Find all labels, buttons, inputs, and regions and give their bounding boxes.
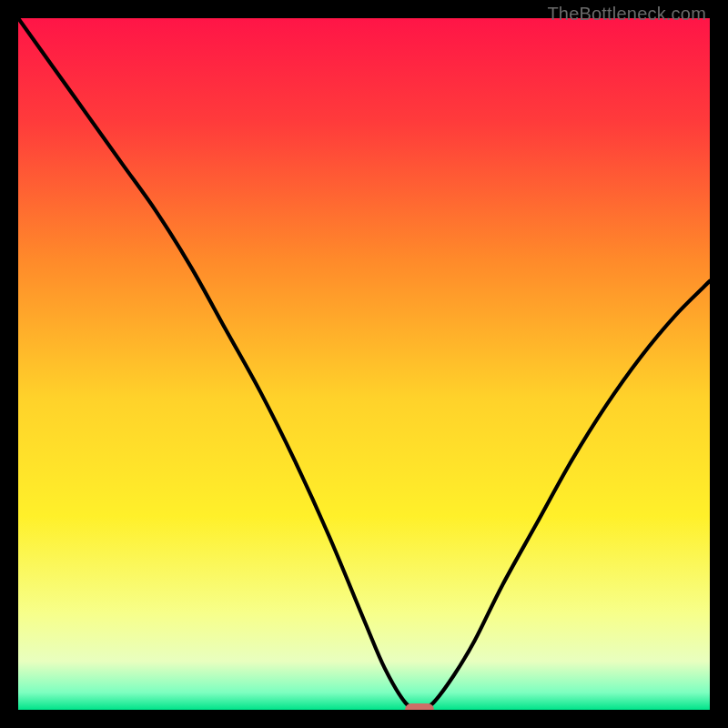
watermark-text: TheBottleneck.com <box>547 4 706 25</box>
bottleneck-curve <box>18 18 710 710</box>
plot-area <box>18 18 710 710</box>
optimal-point-marker <box>405 703 434 710</box>
chart-frame: TheBottleneck.com <box>0 0 728 728</box>
